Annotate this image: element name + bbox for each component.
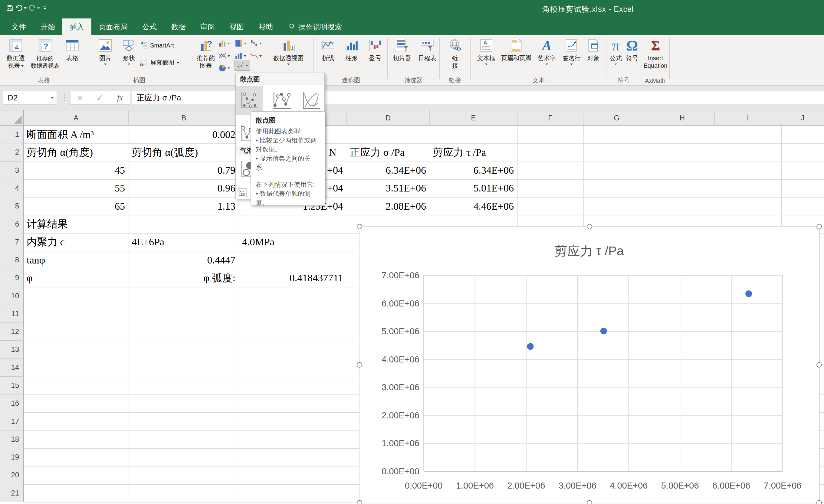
recommended-charts-button[interactable]: ? 推荐的 图表 [193,37,219,70]
cell-C9[interactable]: 0.418437711 [239,269,347,287]
row-header-21[interactable]: 21 [0,484,24,502]
pictures-button[interactable]: 图片 [94,37,116,66]
cell-A6[interactable]: 计算结果 [24,215,129,233]
recommended-pivottables-button[interactable]: ? 推荐的 数据透视表 [30,37,61,70]
chart-selection-handle[interactable] [357,500,362,504]
row-header-8[interactable]: 8 [0,251,24,269]
enter-button[interactable]: ✓ [96,93,103,103]
cell-E5[interactable]: 4.46E+06 [430,197,517,215]
tab-0[interactable]: 文件 [4,18,33,35]
pie-chart-button[interactable] [218,64,230,72]
signature-line-button[interactable]: 签名行 [560,37,584,66]
cell-B4[interactable]: 0.96 [129,179,239,197]
cell-E4[interactable]: 5.01E+06 [430,179,517,197]
cell-A2[interactable]: 剪切角 α(角度) [24,143,129,161]
cell-D2[interactable]: 正应力 σ /Pa [347,143,430,161]
scatter-chart-button[interactable] [234,60,250,71]
hierarchy-chart-button[interactable] [235,39,246,47]
shapes-button[interactable]: 形状 [118,37,140,66]
column-header-I[interactable]: I [715,110,781,126]
column-header-F[interactable]: F [517,110,584,126]
row-header-16[interactable]: 16 [0,394,24,412]
chart-selection-handle[interactable] [587,500,592,504]
sparkline-line-button[interactable]: 折线 [317,37,339,62]
embedded-scatter-chart[interactable]: 0.00E+001.00E+062.00E+063.00E+064.00E+06… [359,226,820,503]
tab-8[interactable]: 帮助 [251,18,280,35]
pivotchart-button[interactable]: 数据透视图 [268,37,309,66]
save-button[interactable] [6,4,13,11]
row-header-15[interactable]: 15 [0,377,24,394]
cell-A3[interactable]: 45 [24,161,129,179]
tab-1[interactable]: 开始 [33,18,62,35]
cell-B7[interactable]: 4E+6Pa [129,233,239,251]
insert-equation-button[interactable]: Σ Insert Equation [643,37,668,70]
row-header-14[interactable]: 14 [0,359,24,377]
gallery-item-scatter[interactable] [236,86,263,115]
cell-B5[interactable]: 1.13 [129,197,239,215]
wordart-button[interactable]: A 艺术字 [535,37,558,66]
name-box[interactable]: D2 [3,91,57,105]
customize-qat-button[interactable] [42,4,48,11]
cell-B8[interactable]: 0.4447 [129,251,239,269]
row-header-1[interactable]: 1 [0,126,24,143]
line-chart-button[interactable] [218,52,230,60]
chart-selection-handle[interactable] [357,224,362,229]
tab-5[interactable]: 数据 [164,18,193,35]
chart-selection-handle[interactable] [816,362,822,368]
tab-3[interactable]: 页面布局 [91,18,135,35]
sparkline-winloss-button[interactable]: 盈亏 [364,37,386,62]
slicer-button[interactable]: 切片器 [390,37,414,62]
gallery-item-scatter-smooth-markers[interactable] [269,86,296,115]
row-header-12[interactable]: 12 [0,323,24,341]
column-header-J[interactable]: J [781,110,824,126]
cell-C7[interactable]: 4.0MPa [239,233,347,251]
row-header-20[interactable]: 20 [0,466,24,484]
cancel-button[interactable]: × [78,93,83,103]
cell-A9[interactable]: φ [24,269,129,287]
combo-chart-button[interactable] [250,52,262,60]
row-header-5[interactable]: 5 [0,197,24,215]
cell-E3[interactable]: 6.34E+06 [430,161,517,179]
waterfall-chart-button[interactable] [250,39,262,47]
chart-selection-handle[interactable] [816,500,822,504]
smartart-button[interactable]: SmartArt [140,42,174,49]
column-header-E[interactable]: E [430,110,517,126]
row-header-18[interactable]: 18 [0,430,24,448]
column-header-B[interactable]: B [129,110,239,126]
cell-D4[interactable]: 3.51E+06 [347,179,430,197]
row-header-19[interactable]: 19 [0,448,24,466]
row-header-6[interactable]: 6 [0,215,24,233]
table-button[interactable]: 表格 [62,37,83,62]
gallery-item-scatter-smooth[interactable] [298,86,325,115]
row-header-10[interactable]: 10 [0,287,24,305]
row-header-13[interactable]: 13 [0,341,24,359]
link-button[interactable]: 链 接 [447,37,463,70]
cell-A5[interactable]: 65 [24,197,129,215]
select-all-button[interactable] [0,110,24,126]
row-header-7[interactable]: 7 [0,233,24,251]
header-footer-button[interactable]: 页眉和页脚 [499,37,533,62]
cell-C2[interactable]: N [326,143,336,161]
chart-selection-handle[interactable] [357,362,362,368]
cell-D3[interactable]: 6.34E+06 [347,161,430,179]
column-header-H[interactable]: H [650,110,715,126]
more-scatter-charts-item[interactable] [237,188,246,199]
row-header-11[interactable]: 11 [0,305,24,323]
timeline-button[interactable]: 日程表 [415,37,439,62]
column-header-D[interactable]: D [347,110,430,126]
screenshot-button[interactable]: 屏幕截图 [140,59,179,67]
object-button[interactable]: 对象 [584,37,603,62]
cell-B1[interactable]: 0.002 [129,126,239,143]
sparkline-column-button[interactable]: 柱形 [341,37,363,62]
cell-A8[interactable]: tanφ [24,251,129,269]
chart-selection-handle[interactable] [816,224,822,229]
row-header-2[interactable]: 2 [0,143,24,161]
bar-chart-button[interactable] [235,52,246,60]
cell-A7[interactable]: 内聚力 c [24,233,129,251]
chart-selection-handle[interactable] [587,224,592,229]
row-header-9[interactable]: 9 [0,269,24,287]
insert-function-button[interactable]: fx [117,93,123,103]
textbox-button[interactable]: A 文本框 [475,37,498,66]
cell-B3[interactable]: 0.79 [129,161,239,179]
tab-7[interactable]: 视图 [222,18,251,35]
